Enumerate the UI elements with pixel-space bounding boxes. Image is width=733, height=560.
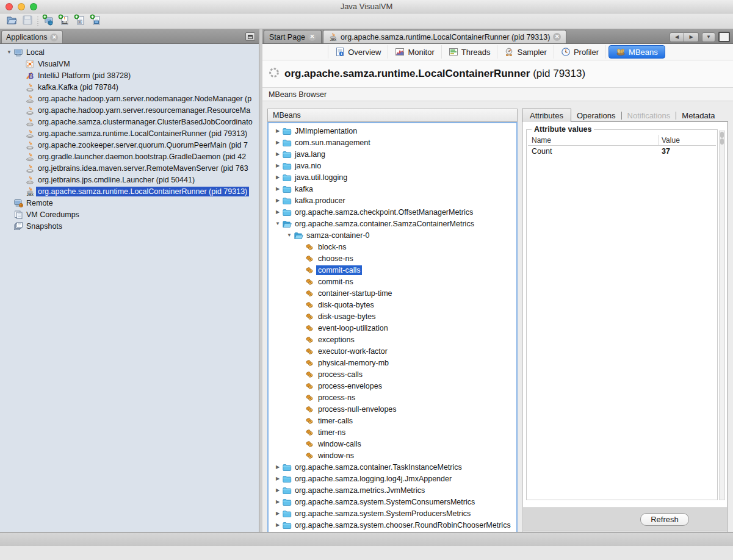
- view-button-overview[interactable]: iOverview: [328, 45, 388, 59]
- view-button-monitor[interactable]: Monitor: [388, 45, 441, 59]
- tree-item[interactable]: VisualVM: [0, 58, 259, 70]
- expand-arrow-icon[interactable]: ▶: [273, 140, 282, 145]
- maximize-view-button[interactable]: [718, 32, 730, 42]
- tree-item[interactable]: ▶org.apache.samza.logging.log4j.JmxAppen…: [269, 473, 516, 484]
- close-tab-icon[interactable]: ✕: [50, 34, 58, 41]
- column-header-name[interactable]: Name: [528, 135, 659, 145]
- tree-item[interactable]: BIntelliJ Platform (pid 38728): [0, 70, 259, 81]
- tree-item[interactable]: org.jetbrains.jps.cmdline.Launcher (pid …: [0, 174, 259, 185]
- tree-item[interactable]: process-envelopes: [269, 380, 516, 392]
- tree-item[interactable]: org.jetbrains.idea.maven.server.RemoteMa…: [0, 162, 259, 174]
- tree-item[interactable]: ▶org.apache.samza.container.TaskInstance…: [269, 461, 516, 473]
- scrollbar-thumb[interactable]: [720, 132, 724, 138]
- tree-item[interactable]: timer-calls: [269, 415, 516, 426]
- scroll-tabs-left-button[interactable]: ◀: [670, 32, 684, 42]
- save-snapshot-button[interactable]: [20, 15, 35, 28]
- tree-item[interactable]: ▶com.sun.management: [269, 137, 516, 148]
- tree-item[interactable]: window-ns: [269, 450, 516, 461]
- view-button-profiler[interactable]: Profiler: [554, 45, 606, 59]
- document-tab[interactable]: JMXorg.apache.samza.runtime.LocalContain…: [323, 30, 566, 43]
- column-header-value[interactable]: Value: [659, 135, 716, 145]
- tree-item[interactable]: ▶org.apache.samza.system.chooser.RoundRo…: [269, 519, 516, 531]
- view-button-sampler[interactable]: Sampler: [497, 45, 554, 59]
- expand-arrow-icon[interactable]: ▶: [273, 198, 282, 203]
- tab-metadata[interactable]: Metadata: [676, 109, 720, 122]
- tree-item[interactable]: disk-quota-bytes: [269, 299, 516, 311]
- tree-item[interactable]: org.apache.zookeeper.server.quorum.Quoru…: [0, 139, 259, 151]
- tab-applications[interactable]: Applications ✕: [1, 31, 63, 43]
- tree-item[interactable]: commit-calls: [269, 264, 516, 276]
- tree-item[interactable]: exceptions: [269, 334, 516, 345]
- tab-operations[interactable]: Operations: [571, 109, 621, 122]
- tree-item[interactable]: block-ns: [269, 241, 516, 253]
- tree-item[interactable]: process-ns: [269, 392, 516, 403]
- view-button-mbeans[interactable]: MBeans: [608, 45, 665, 59]
- table-row[interactable]: Count37: [528, 146, 716, 157]
- tree-item[interactable]: JMXorg.apache.samza.runtime.LocalContain…: [0, 185, 259, 197]
- tree-item[interactable]: timer-ns: [269, 426, 516, 438]
- tree-item[interactable]: kafka.Kafka (pid 78784): [0, 81, 259, 93]
- tree-item[interactable]: Remote: [0, 197, 259, 209]
- tree-item[interactable]: ▼Local: [0, 46, 259, 58]
- tree-item[interactable]: choose-ns: [269, 253, 516, 264]
- tree-item[interactable]: Snapshots: [0, 220, 259, 232]
- add-remote-host-button[interactable]: [40, 15, 56, 28]
- expand-arrow-icon[interactable]: ▶: [273, 476, 282, 481]
- scroll-tabs-right-button[interactable]: ▶: [684, 32, 699, 42]
- tree-item[interactable]: ▼samza-container-0: [269, 229, 516, 241]
- collapse-arrow-icon[interactable]: ▼: [285, 232, 294, 238]
- tree-item[interactable]: ▶org.apache.samza.metrics.JvmMetrics: [269, 484, 516, 496]
- add-snapshot-button[interactable]: [88, 15, 104, 28]
- tree-item[interactable]: process-calls: [269, 368, 516, 380]
- tree-item[interactable]: ▶JMImplementation: [269, 125, 516, 137]
- tree-item[interactable]: ▶kafka: [269, 183, 516, 195]
- tree-item[interactable]: org.apache.samza.runtime.LocalContainerR…: [0, 127, 259, 139]
- add-vm-coredump-button[interactable]: 01: [72, 15, 88, 28]
- tree-item[interactable]: org.apache.hadoop.yarn.server.resourcema…: [0, 104, 259, 116]
- tree-item[interactable]: disk-usage-bytes: [269, 311, 516, 322]
- tree-item[interactable]: ▶org.apache.samza.system.SystemProducers…: [269, 508, 516, 519]
- tree-item[interactable]: container-startup-time: [269, 287, 516, 299]
- tree-item[interactable]: ▶org.apache.samza.system.SystemConsumers…: [269, 496, 516, 508]
- attributes-vscrollbar[interactable]: [719, 131, 725, 500]
- tree-item[interactable]: ▶org.apache.samza.checkpoint.OffsetManag…: [269, 206, 516, 218]
- tab-list-dropdown-button[interactable]: ▼: [702, 32, 715, 42]
- close-tab-icon[interactable]: ✕: [308, 33, 316, 41]
- tree-item[interactable]: commit-ns: [269, 276, 516, 287]
- tab-attributes[interactable]: Attributes: [522, 109, 571, 122]
- tree-item[interactable]: window-calls: [269, 438, 516, 450]
- add-jmx-connection-button[interactable]: JMX: [56, 15, 72, 28]
- expand-arrow-icon[interactable]: ▶: [273, 464, 282, 470]
- tree-item[interactable]: VM Coredumps: [0, 209, 259, 220]
- expand-arrow-icon[interactable]: ▶: [273, 174, 282, 180]
- collapse-arrow-icon[interactable]: ▼: [273, 221, 282, 226]
- refresh-button[interactable]: Refresh: [640, 513, 689, 526]
- tree-item[interactable]: ▶java.util.logging: [269, 171, 516, 183]
- tree-item[interactable]: org.apache.hadoop.yarn.server.nodemanage…: [0, 93, 259, 104]
- tree-item[interactable]: org.apache.samza.clustermanager.ClusterB…: [0, 116, 259, 127]
- tree-item[interactable]: executor-work-factor: [269, 345, 516, 357]
- expand-arrow-icon[interactable]: ▶: [273, 487, 282, 493]
- tab-notifications[interactable]: Notifications: [622, 109, 676, 122]
- tree-item[interactable]: ▶java.nio: [269, 160, 516, 171]
- expand-arrow-icon[interactable]: ▶: [273, 522, 282, 528]
- tree-item[interactable]: org.gradle.launcher.daemon.bootstrap.Gra…: [0, 151, 259, 162]
- tree-item[interactable]: ▶kafka.producer: [269, 195, 516, 206]
- expand-arrow-icon[interactable]: ▶: [273, 209, 282, 215]
- expand-arrow-icon[interactable]: ▶: [273, 511, 282, 516]
- close-tab-icon[interactable]: ✕: [553, 33, 561, 41]
- expand-arrow-icon[interactable]: ▶: [273, 128, 282, 134]
- tree-item[interactable]: process-null-envelopes: [269, 403, 516, 415]
- tree-item[interactable]: ▼org.apache.samza.container.SamzaContain…: [269, 218, 516, 229]
- tree-item[interactable]: event-loop-utilization: [269, 322, 516, 334]
- view-button-threads[interactable]: Threads: [442, 45, 498, 59]
- scrollbar-stub[interactable]: [720, 138, 724, 145]
- document-tab[interactable]: Start Page✕: [264, 30, 322, 43]
- expand-arrow-icon[interactable]: ▶: [273, 151, 282, 157]
- tree-item[interactable]: physical-memory-mb: [269, 357, 516, 368]
- expand-arrow-icon[interactable]: ▶: [273, 186, 282, 192]
- tree-item[interactable]: ▶java.lang: [269, 148, 516, 160]
- open-snapshot-button[interactable]: [4, 15, 20, 28]
- expand-arrow-icon[interactable]: ▶: [273, 163, 282, 168]
- expand-arrow-icon[interactable]: ▶: [273, 499, 282, 504]
